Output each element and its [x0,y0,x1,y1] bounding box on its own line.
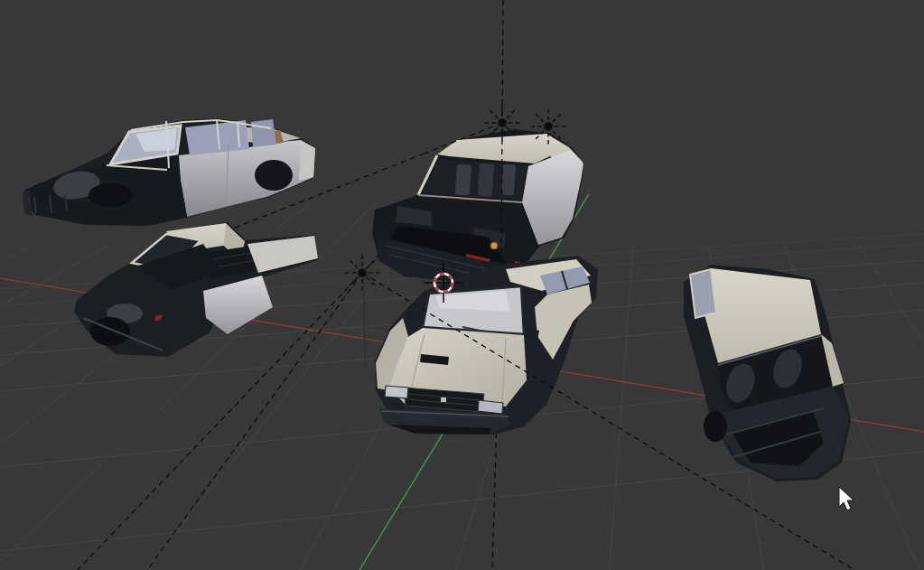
seat-back [478,163,494,196]
side-window-glass [251,119,276,147]
wheel-arch [704,411,727,442]
grille-emblem [441,397,446,402]
lamp-icon [545,123,553,131]
wheel-arch [90,317,130,346]
rear-wheel-arch [255,160,293,191]
headlight-right [478,400,503,414]
viewport-canvas[interactable] [0,0,924,570]
engine-cavity [89,183,132,207]
seat-back [501,164,516,196]
headlight-left [385,386,408,398]
windshield-glass [690,269,716,318]
seat-back [455,164,471,195]
lamp-icon [499,119,507,127]
object-origin-dot [490,242,498,249]
3d-viewport[interactable] [0,0,924,570]
lamp-icon [359,269,367,277]
